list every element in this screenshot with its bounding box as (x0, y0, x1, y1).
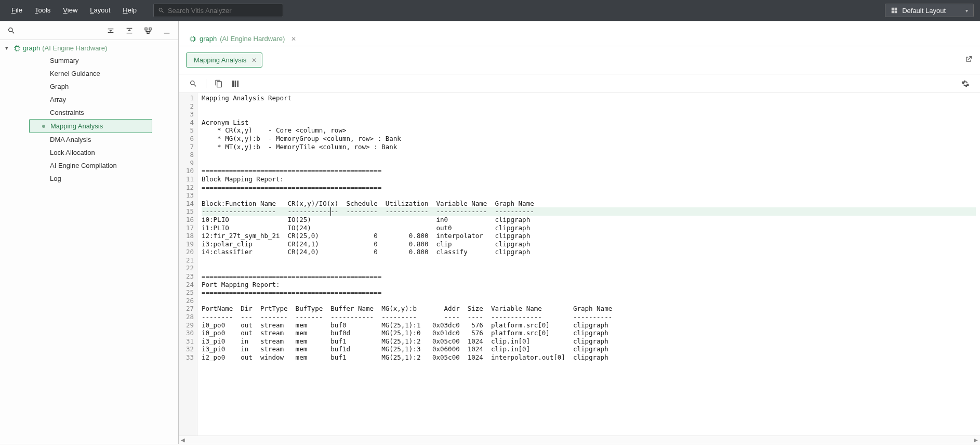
document-tab-title: graph (200, 35, 217, 43)
chevron-down-icon: ▾ (965, 8, 968, 14)
search-input[interactable] (168, 7, 279, 15)
popout-icon[interactable] (964, 55, 973, 65)
sidebar-item-label: AI Engine Compilation (50, 162, 117, 169)
code-line: ------------------- ------------- ------… (202, 207, 976, 216)
code-line: ========================================… (202, 167, 976, 175)
sidebar-item-label: Kernel Guidance (50, 70, 100, 77)
inner-tabs: Mapping Analysis ✕ (179, 46, 980, 74)
editor[interactable]: 1234567891011121314151617181920212223242… (179, 93, 980, 436)
sidebar-search-icon[interactable] (4, 23, 19, 38)
columns-icon[interactable] (228, 76, 243, 91)
chevron-down-icon: ▾ (5, 45, 11, 51)
code-line (202, 264, 976, 272)
line-number: 27 (182, 305, 194, 313)
sidebar-item-label: Log (50, 175, 61, 182)
sidebar-toolbar (0, 21, 178, 40)
line-number: 32 (182, 345, 194, 353)
sidebar-item-array[interactable]: Array (29, 93, 178, 106)
line-number: 11 (182, 175, 194, 183)
line-number: 21 (182, 256, 194, 265)
chip-icon (189, 35, 196, 43)
inner-tab-mapping-analysis[interactable]: Mapping Analysis ✕ (186, 52, 262, 68)
line-number: 23 (182, 272, 194, 281)
sidebar-item-dma-analysis[interactable]: DMA Analysis (29, 133, 178, 146)
editor-search-icon[interactable] (186, 76, 201, 91)
sidebar-item-constraints[interactable]: Constraints (29, 106, 178, 119)
line-number: 9 (182, 159, 194, 167)
close-icon[interactable]: ✕ (251, 57, 257, 64)
menu-tools[interactable]: Tools (30, 4, 56, 17)
code-line (202, 151, 976, 159)
scroll-right-icon[interactable]: ▶ (972, 437, 980, 443)
search-container[interactable] (153, 4, 283, 17)
collapse-all-icon[interactable] (103, 23, 118, 38)
code-line: ========================================… (202, 288, 976, 297)
line-number: 29 (182, 321, 194, 330)
line-number: 4 (182, 118, 194, 127)
line-number: 1 (182, 94, 194, 102)
menu-help[interactable]: Help (117, 4, 142, 17)
code-line: -------- --- ------- ------- -----------… (202, 313, 976, 321)
layout-button-label: Default Layout (902, 7, 946, 15)
code-line: i3_pi0 in stream mem buf1 MG(25,1):2 0x0… (202, 337, 976, 346)
code-line: Block Mapping Report: (202, 175, 976, 183)
document-header: graph (AI Engine Hardware) ✕ (179, 21, 980, 46)
code-line: Block:Function Name CR(x,y)/IO(x) Schedu… (202, 200, 976, 208)
scroll-left-icon[interactable]: ◀ (179, 437, 187, 443)
code-line: i1:PLIO IO(24) out0 clipgraph (202, 224, 976, 232)
line-number: 7 (182, 143, 194, 151)
chip-icon (14, 45, 21, 52)
line-number: 2 (182, 102, 194, 111)
sidebar-item-log[interactable]: Log (29, 172, 178, 185)
sidebar-item-label: DMA Analysis (50, 136, 91, 143)
line-number: 8 (182, 151, 194, 159)
sidebar-item-ai-engine-compilation[interactable]: AI Engine Compilation (29, 159, 178, 172)
code-line: PortName Dir PrtType BufType Buffer Name… (202, 305, 976, 313)
line-number: 20 (182, 248, 194, 256)
horizontal-scrollbar[interactable]: ◀ ▶ (179, 436, 980, 444)
layout-button[interactable]: Default Layout ▾ (885, 4, 974, 17)
footer (0, 444, 980, 448)
sidebar-item-graph[interactable]: Graph (29, 80, 178, 93)
code-line: * MT(x,y):b - MemoryTile <column, row> :… (202, 143, 976, 151)
copy-icon[interactable] (211, 76, 226, 91)
tree-root-graph[interactable]: ▾ graph (AI Engine Hardware) (0, 43, 178, 54)
minimize-icon[interactable] (160, 23, 174, 38)
expand-all-icon[interactable] (122, 23, 137, 38)
code-area[interactable]: Mapping Analysis Report Acronym List * C… (197, 93, 980, 436)
code-line (202, 256, 976, 265)
sidebar-item-kernel-guidance[interactable]: Kernel Guidance (29, 67, 178, 80)
menu-layout[interactable]: Layout (85, 4, 115, 17)
sidebar-item-lock-allocation[interactable]: Lock Allocation (29, 146, 178, 159)
close-icon[interactable]: ✕ (291, 35, 296, 43)
line-number: 26 (182, 297, 194, 305)
line-number: 18 (182, 232, 194, 240)
gear-icon[interactable] (958, 76, 973, 91)
line-gutter: 1234567891011121314151617181920212223242… (179, 93, 197, 436)
content-pane: graph (AI Engine Hardware) ✕ Mapping Ana… (179, 21, 980, 444)
line-number: 25 (182, 288, 194, 297)
tree-children: SummaryKernel GuidanceGraphArrayConstrai… (0, 54, 178, 185)
document-tab-graph[interactable]: graph (AI Engine Hardware) ✕ (187, 32, 298, 46)
menu-file[interactable]: File (6, 4, 28, 17)
code-line: * CR(x,y) - Core <column, row> (202, 126, 976, 135)
line-number: 15 (182, 207, 194, 216)
layout-grid-icon (891, 7, 898, 14)
line-number: 19 (182, 240, 194, 248)
bullet-icon (42, 125, 45, 128)
sidebar-item-mapping-analysis[interactable]: Mapping Analysis (29, 119, 152, 133)
line-number: 6 (182, 135, 194, 143)
code-line (202, 191, 976, 200)
project-tree: ▾ graph (AI Engine Hardware) SummaryKern… (0, 40, 178, 444)
code-line: i0_po0 out stream mem buf0d MG(25,1):0 0… (202, 329, 976, 337)
menu-view[interactable]: View (58, 4, 83, 17)
line-number: 30 (182, 329, 194, 337)
line-number: 13 (182, 191, 194, 200)
code-line: Acronym List (202, 118, 976, 127)
line-number: 24 (182, 281, 194, 289)
code-line: ========================================… (202, 183, 976, 192)
code-line: i3:polar_clip CR(24,1) 0 0.800 clip clip… (202, 240, 976, 248)
sidebar-item-summary[interactable]: Summary (29, 54, 178, 67)
link-tree-icon[interactable] (141, 23, 155, 38)
line-number: 12 (182, 183, 194, 192)
